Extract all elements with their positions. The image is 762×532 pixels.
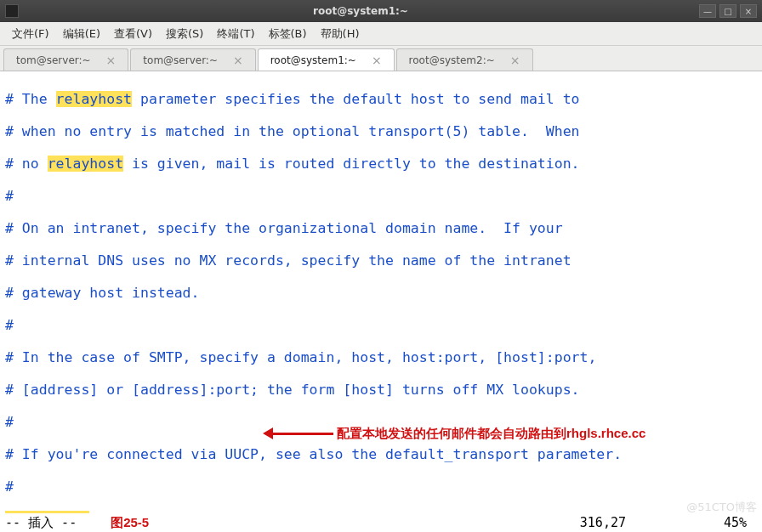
code-line: # In the case of SMTP, specify a domain,… (5, 349, 757, 365)
terminal-area[interactable]: # The relayhost parameter specifies the … (0, 71, 762, 532)
annotation-callout: 配置本地发送的任何邮件都会自动路由到rhgls.rhce.cc (265, 426, 645, 442)
menu-edit[interactable]: 编辑(E) (56, 23, 107, 45)
code-line: # (5, 188, 757, 204)
annotation-text: 配置本地发送的任何邮件都会自动路由到rhgls.rhce.cc (337, 426, 645, 442)
menu-terminal[interactable]: 终端(T) (210, 23, 261, 45)
minimize-button[interactable]: — (699, 4, 716, 18)
code-line: # On an intranet, specify the organizati… (5, 220, 757, 236)
arrow-left-icon (265, 433, 333, 435)
scroll-percent: 45% (724, 515, 747, 530)
app-icon (5, 4, 19, 18)
highlight-relayhost: relayhost (56, 91, 132, 107)
code-line: # gateway host instead. (5, 285, 757, 301)
menu-file[interactable]: 文件(F) (5, 23, 56, 45)
menu-search[interactable]: 搜索(S) (159, 23, 210, 45)
tab-close-icon[interactable]: × (510, 54, 520, 67)
tab-0[interactable]: tom@server:~× (3, 48, 128, 71)
menubar: 文件(F) 编辑(E) 查看(V) 搜索(S) 终端(T) 标签(B) 帮助(H… (0, 22, 762, 46)
close-button[interactable]: × (740, 4, 757, 18)
tab-label: tom@server:~ (143, 54, 218, 66)
cursor-position: 316,27 (580, 515, 626, 530)
code-line: # The relayhost parameter specifies the … (5, 91, 757, 107)
menu-tag[interactable]: 标签(B) (262, 23, 314, 45)
code-line: # no relayhost is given, mail is routed … (5, 156, 757, 172)
code-line: # (5, 478, 757, 495)
highlight-relayhost: relayhost (48, 156, 123, 172)
vim-statusline: -- 插入 -- 图25-5 316,27 45% (0, 513, 762, 532)
tab-1[interactable]: tom@server:~× (130, 48, 255, 71)
tab-close-icon[interactable]: × (106, 54, 117, 67)
code-line: # internal DNS uses no MX records, speci… (5, 252, 757, 269)
code-line: # (5, 317, 757, 333)
tab-close-icon[interactable]: × (233, 54, 243, 67)
figure-label: 图25-5 (111, 515, 149, 531)
code-line: # [address] or [address]:port; the form … (5, 382, 757, 398)
window-titlebar: root@system1:~ — □ × (0, 0, 762, 22)
code-line: # when no entry is matched in the option… (5, 123, 757, 139)
tabbar: tom@server:~× tom@server:~× root@system1… (0, 46, 762, 71)
code-line: # If you're connected via UUCP, see also… (5, 446, 757, 462)
tab-label: root@system2:~ (409, 54, 495, 66)
vim-mode: -- 插入 -- (5, 515, 77, 531)
tab-3[interactable]: root@system2:~× (396, 48, 533, 71)
tab-label: root@system1:~ (270, 54, 356, 66)
menu-view[interactable]: 查看(V) (107, 23, 159, 45)
tab-label: tom@server:~ (16, 54, 91, 66)
maximize-button[interactable]: □ (719, 4, 736, 18)
tab-close-icon[interactable]: × (372, 54, 382, 67)
tab-2[interactable]: root@system1:~× (258, 48, 395, 71)
window-title: root@system1:~ (26, 5, 696, 17)
watermark: @51CTO博客 (686, 500, 757, 515)
menu-help[interactable]: 帮助(H) (314, 23, 367, 45)
